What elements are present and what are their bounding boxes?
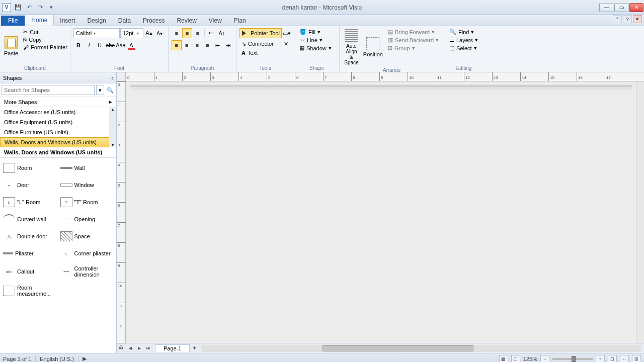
text-tool-button[interactable]: AText bbox=[239, 49, 291, 56]
view-normal-button[interactable]: ▦ bbox=[499, 355, 508, 363]
qat-customize-icon[interactable]: ▾ bbox=[46, 3, 56, 13]
horizontal-scroll-thumb[interactable] bbox=[323, 345, 473, 351]
shape-double-door[interactable]: ⋀Double door bbox=[2, 228, 57, 244]
zoom-slider-thumb[interactable] bbox=[572, 356, 576, 362]
connector-tool-button[interactable]: ↘Connector bbox=[239, 39, 281, 49]
group-button[interactable]: ⊞Group ▾ bbox=[386, 44, 441, 52]
vertical-scrollbar[interactable] bbox=[636, 81, 644, 343]
italic-button[interactable]: I bbox=[84, 40, 94, 50]
grow-font-button[interactable]: A▴ bbox=[144, 28, 154, 38]
new-page-button[interactable]: ✚ bbox=[190, 344, 199, 352]
font-color-button[interactable]: A bbox=[126, 40, 136, 50]
search-dropdown-button[interactable]: ▾ bbox=[96, 85, 104, 95]
zoom-level[interactable]: 125% bbox=[523, 356, 537, 362]
tab-process[interactable]: Process bbox=[137, 16, 171, 26]
delete-tool-button[interactable]: ✕ bbox=[281, 39, 291, 49]
file-tab[interactable]: File bbox=[1, 16, 25, 26]
align-left-button[interactable]: ≡ bbox=[172, 40, 182, 50]
tab-view[interactable]: View bbox=[203, 16, 228, 26]
case-button[interactable]: Aa▾ bbox=[116, 40, 126, 50]
format-painter-button[interactable]: 🖌Format Painter bbox=[21, 44, 69, 51]
send-backward-button[interactable]: ▥Send Backward ▾ bbox=[386, 36, 441, 44]
align-bottom-button[interactable]: ≡ bbox=[193, 28, 203, 38]
qat-undo-icon[interactable]: ↶ bbox=[24, 3, 34, 13]
rectangle-tool-button[interactable]: ▭▾ bbox=[282, 28, 291, 38]
layers-button[interactable]: ☰Layers ▾ bbox=[447, 36, 480, 44]
help-button[interactable]: ? bbox=[623, 15, 632, 23]
bring-forward-button[interactable]: ▤Bring Forward ▾ bbox=[386, 28, 441, 36]
fill-button[interactable]: 🪣Fill ▾ bbox=[297, 28, 336, 36]
find-button[interactable]: 🔍Find ▾ bbox=[447, 28, 480, 36]
tab-design[interactable]: Design bbox=[81, 16, 112, 26]
zoom-in-button[interactable]: + bbox=[596, 355, 605, 363]
search-button[interactable]: 🔍 bbox=[106, 85, 115, 95]
paste-button[interactable]: Paste bbox=[3, 28, 19, 64]
strikethrough-button[interactable]: abc bbox=[105, 40, 115, 50]
page-last-button[interactable]: ⏭ bbox=[144, 344, 153, 352]
select-button[interactable]: ⬚Select ▾ bbox=[447, 44, 480, 52]
tab-home[interactable]: Home bbox=[25, 15, 54, 26]
shadow-button[interactable]: ▦Shadow ▾ bbox=[297, 44, 336, 52]
category-walls-doors-windows[interactable]: Walls, Doors and Windows (US units) bbox=[0, 137, 109, 147]
zoom-out-button[interactable]: − bbox=[540, 355, 549, 363]
workspace-close-button[interactable]: ✕ bbox=[633, 15, 642, 23]
shrink-font-button[interactable]: A▾ bbox=[154, 28, 165, 38]
cut-button[interactable]: ✂Cut bbox=[21, 28, 69, 36]
copy-button[interactable]: ⎘Copy bbox=[21, 36, 69, 43]
tab-review[interactable]: Review bbox=[171, 16, 202, 26]
collapse-shapes-icon[interactable]: ‹ bbox=[111, 75, 113, 81]
close-button[interactable]: ✕ bbox=[629, 3, 643, 12]
font-size-combo[interactable]: 12pt.▾ bbox=[120, 28, 143, 38]
drawing-canvas[interactable]: Microsoft Visio bbox=[130, 85, 632, 86]
increase-indent-button[interactable]: ⇥ bbox=[223, 40, 233, 50]
pointer-tool-button[interactable]: Pointer Tool bbox=[239, 28, 282, 38]
tab-plan[interactable]: Plan bbox=[228, 16, 252, 26]
status-language[interactable]: English (U.S.) bbox=[40, 356, 74, 362]
font-family-combo[interactable]: Calibri▾ bbox=[73, 28, 120, 38]
category-office-furniture[interactable]: Office Furniture (US units) bbox=[0, 127, 109, 137]
shape-callout[interactable]: abcCallout bbox=[2, 262, 57, 281]
bold-button[interactable]: B bbox=[73, 40, 84, 50]
shape-controller-dimension[interactable]: ⟷Controller dimension bbox=[59, 262, 115, 281]
minimize-button[interactable]: — bbox=[599, 3, 613, 12]
shape-window[interactable]: Window bbox=[59, 177, 115, 193]
shape-t-room[interactable]: T"T" Room bbox=[59, 194, 115, 210]
shape-corner-pilaster[interactable]: ┐Corner pilaster bbox=[59, 245, 115, 261]
shape-pilaster[interactable]: Pilaster bbox=[2, 245, 57, 261]
shape-door[interactable]: ⌐Door bbox=[2, 177, 57, 193]
shape-room-measurement[interactable]: Room measureme... bbox=[2, 282, 57, 300]
position-button[interactable]: Position bbox=[362, 28, 384, 66]
category-office-equipment[interactable]: Office Equipment (US units) bbox=[0, 117, 109, 127]
category-office-accessories[interactable]: Office Accessories (US units) bbox=[0, 107, 109, 117]
pan-zoom-button[interactable]: ⊞ bbox=[632, 355, 641, 363]
fit-page-button[interactable]: ⊡ bbox=[608, 355, 617, 363]
minimize-ribbon-button[interactable]: ^ bbox=[613, 15, 622, 23]
maximize-button[interactable]: ▭ bbox=[614, 3, 628, 12]
status-macro-icon[interactable]: ▶ bbox=[83, 355, 87, 362]
line-button[interactable]: 〰Line ▾ bbox=[297, 36, 336, 44]
horizontal-scrollbar[interactable] bbox=[202, 345, 641, 352]
zoom-slider[interactable] bbox=[552, 358, 593, 360]
qat-save-icon[interactable]: 💾 bbox=[13, 3, 23, 13]
page-tab-1[interactable]: Page-1 bbox=[155, 344, 190, 352]
align-center-button[interactable]: ≡ bbox=[182, 40, 192, 50]
view-fullscreen-button[interactable]: ▢ bbox=[511, 355, 520, 363]
align-justify-button[interactable]: ≡ bbox=[203, 40, 213, 50]
underline-button[interactable]: U bbox=[95, 40, 105, 50]
tab-data[interactable]: Data bbox=[112, 16, 137, 26]
tab-insert[interactable]: Insert bbox=[54, 16, 81, 26]
shape-opening[interactable]: Opening bbox=[59, 211, 115, 227]
align-top-button[interactable]: ≡ bbox=[172, 28, 182, 38]
align-right-button[interactable]: ≡ bbox=[192, 40, 202, 50]
bullets-button[interactable]: ≔ bbox=[206, 28, 216, 38]
shape-space[interactable]: Space bbox=[59, 228, 115, 244]
decrease-indent-button[interactable]: ⇤ bbox=[213, 40, 223, 50]
more-shapes-button[interactable]: More Shapes▸ bbox=[0, 97, 116, 107]
autoalign-button[interactable]: Auto Align & Space bbox=[343, 28, 360, 66]
fit-width-button[interactable]: ↔ bbox=[620, 355, 629, 363]
text-direction-button[interactable]: A↕ bbox=[217, 28, 227, 38]
align-middle-button[interactable]: ≡ bbox=[182, 28, 192, 38]
page-next-button[interactable]: ▶ bbox=[135, 344, 144, 352]
page-prev-button[interactable]: ◀ bbox=[126, 344, 135, 352]
shape-curved-wall[interactable]: Curved wall bbox=[2, 211, 57, 227]
